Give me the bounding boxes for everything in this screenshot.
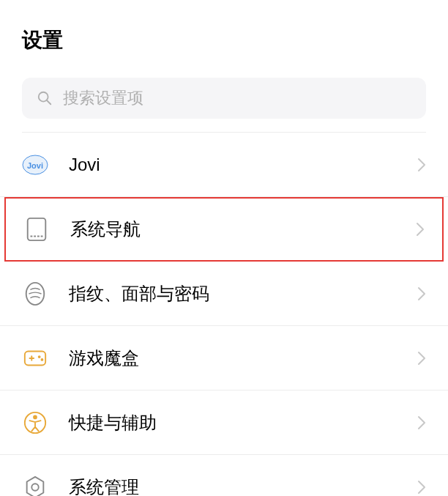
chevron-right-icon <box>417 480 426 495</box>
settings-item-label: Jovi <box>69 155 417 175</box>
svg-rect-4 <box>28 218 46 240</box>
settings-item-accessibility[interactable]: 快捷与辅助 <box>0 390 448 455</box>
system-icon <box>22 474 48 497</box>
svg-text:Jovi: Jovi <box>27 161 43 170</box>
svg-point-11 <box>41 358 44 361</box>
settings-item-fingerprint[interactable]: 指纹、面部与密码 <box>0 262 448 326</box>
svg-point-10 <box>38 355 41 358</box>
page-title: 设置 <box>0 0 448 72</box>
chevron-right-icon <box>417 351 426 366</box>
settings-item-navigation[interactable]: 系统导航 <box>4 197 444 262</box>
search-icon <box>37 90 53 106</box>
accessibility-icon <box>22 410 48 436</box>
settings-item-label: 指纹、面部与密码 <box>69 282 417 306</box>
chevron-right-icon <box>417 286 426 301</box>
chevron-right-icon <box>417 158 426 172</box>
svg-point-15 <box>31 484 38 490</box>
search-input[interactable]: 搜索设置项 <box>22 78 426 119</box>
search-placeholder: 搜索设置项 <box>63 87 143 109</box>
fingerprint-icon <box>22 281 48 307</box>
svg-marker-14 <box>27 476 44 496</box>
jovi-icon: Jovi <box>22 152 48 178</box>
svg-line-1 <box>47 100 51 105</box>
chevron-right-icon <box>417 415 426 430</box>
settings-item-label: 游戏魔盒 <box>69 347 417 370</box>
settings-item-label: 系统管理 <box>69 475 417 497</box>
settings-item-gamebox[interactable]: 游戏魔盒 <box>0 326 448 390</box>
settings-list: Jovi Jovi 系统导航 <box>0 133 448 496</box>
settings-item-jovi[interactable]: Jovi Jovi <box>0 133 448 197</box>
svg-point-13 <box>33 415 37 419</box>
settings-item-label: 快捷与辅助 <box>69 411 417 434</box>
gamebox-icon <box>22 345 48 371</box>
settings-item-system[interactable]: 系统管理 <box>0 455 448 496</box>
svg-rect-7 <box>25 351 45 365</box>
chevron-right-icon <box>416 222 425 237</box>
svg-point-6 <box>26 282 45 304</box>
settings-item-label: 系统导航 <box>70 218 416 241</box>
navigation-icon <box>23 216 50 243</box>
